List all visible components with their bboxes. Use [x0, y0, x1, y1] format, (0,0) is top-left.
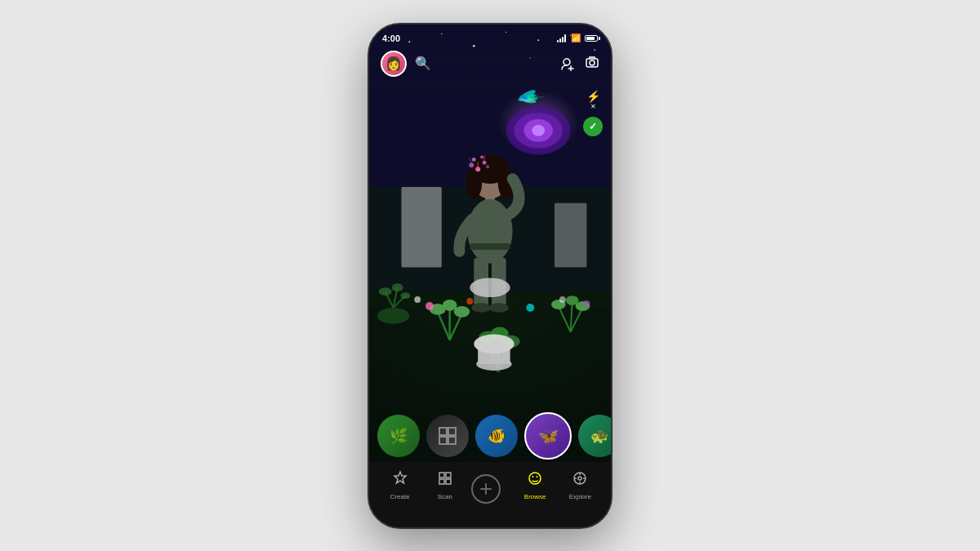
- svg-point-77: [475, 167, 480, 171]
- flip-camera-button[interactable]: [585, 55, 599, 72]
- scan-label: Scan: [438, 493, 452, 500]
- svg-point-38: [454, 305, 470, 317]
- checkmark-button[interactable]: ✓: [583, 117, 603, 136]
- svg-rect-98: [439, 473, 444, 478]
- bottom-nav: Create Scan: [369, 462, 611, 527]
- search-button[interactable]: 🔍: [415, 56, 431, 71]
- svg-point-21: [532, 124, 545, 136]
- scan-icon: [437, 470, 453, 491]
- nav-item-browse[interactable]: Browse: [517, 470, 554, 500]
- svg-point-31: [392, 283, 403, 291]
- create-icon: [392, 470, 408, 491]
- svg-rect-100: [439, 479, 444, 484]
- svg-point-67: [466, 167, 482, 198]
- svg-point-79: [469, 162, 474, 167]
- svg-rect-97: [448, 437, 456, 444]
- lens-item-turtle[interactable]: 🐢: [578, 415, 611, 457]
- camera-viewfinder[interactable]: [369, 24, 611, 462]
- svg-point-82: [486, 165, 489, 168]
- svg-rect-24: [401, 186, 441, 267]
- signal-icon: [557, 34, 566, 42]
- svg-point-51: [425, 302, 434, 310]
- nav-item-scan[interactable]: Scan: [426, 470, 463, 500]
- svg-point-63: [535, 96, 537, 97]
- svg-rect-25: [555, 202, 586, 267]
- create-label: Create: [390, 493, 410, 500]
- status-icons: 📶: [557, 33, 598, 42]
- svg-point-75: [489, 303, 509, 313]
- svg-point-106: [537, 476, 538, 478]
- svg-point-104: [529, 473, 541, 484]
- svg-point-52: [466, 298, 473, 304]
- svg-point-80: [480, 155, 483, 158]
- capture-button[interactable]: [471, 474, 501, 504]
- lens-item-blue[interactable]: 🐠: [475, 415, 518, 457]
- svg-point-74: [471, 303, 491, 313]
- side-controls: ⚡ ✕ ✓: [583, 90, 603, 136]
- status-bar: 4:00 📶: [369, 24, 611, 47]
- svg-rect-95: [448, 428, 456, 435]
- wifi-icon: 📶: [571, 33, 581, 42]
- add-friend-button[interactable]: [560, 56, 575, 71]
- flash-button[interactable]: ⚡ ✕: [586, 90, 600, 110]
- nav-item-explore[interactable]: Explore: [562, 470, 599, 500]
- svg-point-93: [590, 60, 595, 65]
- svg-rect-101: [446, 479, 451, 484]
- svg-point-78: [483, 160, 487, 164]
- svg-point-54: [583, 300, 590, 307]
- top-controls: 👩 🔍: [369, 47, 611, 80]
- svg-point-70: [467, 198, 512, 263]
- top-left-controls: 👩 🔍: [381, 51, 431, 77]
- explore-icon: [572, 470, 588, 491]
- svg-rect-99: [446, 473, 451, 478]
- status-time: 4:00: [382, 33, 400, 43]
- phone-frame: 4:00 📶 👩 🔍: [368, 23, 612, 529]
- svg-point-30: [379, 287, 392, 295]
- lens-item-grid[interactable]: [426, 415, 469, 457]
- explore-label: Explore: [569, 493, 591, 500]
- svg-point-76: [470, 278, 510, 297]
- battery-icon: [585, 35, 598, 42]
- svg-rect-71: [470, 243, 510, 250]
- svg-point-105: [532, 476, 534, 478]
- svg-point-88: [476, 358, 511, 371]
- svg-point-26: [377, 307, 409, 323]
- lens-item-butterfly-active[interactable]: 🦋: [524, 412, 572, 460]
- svg-point-89: [564, 59, 570, 65]
- avatar-emoji: 👩: [385, 56, 402, 71]
- svg-point-108: [578, 477, 581, 480]
- svg-point-32: [400, 292, 410, 299]
- svg-point-81: [472, 157, 476, 161]
- nav-item-capture[interactable]: [471, 470, 508, 504]
- browse-label: Browse: [524, 493, 546, 500]
- svg-rect-94: [439, 428, 447, 435]
- svg-rect-96: [439, 437, 447, 444]
- svg-point-55: [414, 296, 421, 303]
- lens-item-green[interactable]: 🌿: [377, 415, 420, 457]
- lens-carousel: 🌿 🐠 🦋 🐢 👻: [369, 411, 611, 460]
- svg-point-53: [526, 304, 534, 312]
- nav-item-create[interactable]: Create: [381, 470, 418, 500]
- phone-screen: 4:00 📶 👩 🔍: [369, 24, 611, 527]
- avatar-button[interactable]: 👩: [381, 51, 407, 77]
- browse-icon: [527, 470, 543, 491]
- svg-point-57: [559, 296, 566, 303]
- top-right-controls: [560, 55, 599, 72]
